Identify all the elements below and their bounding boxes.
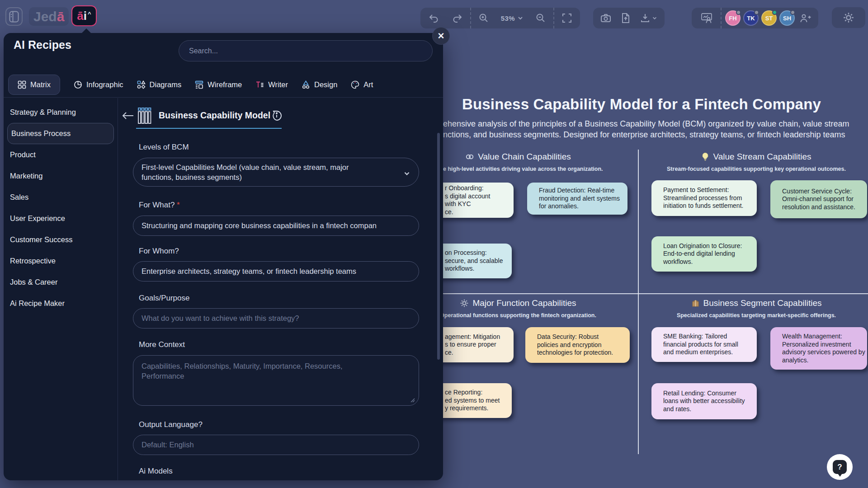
- invite-user-button[interactable]: [797, 8, 813, 28]
- category-ai-recipe-maker[interactable]: Ai Recipe Maker: [4, 293, 118, 314]
- required-asterisk: *: [177, 201, 180, 209]
- presentation-button[interactable]: [696, 8, 717, 28]
- category-customer-success[interactable]: Customer Success: [4, 229, 118, 250]
- category-user-experience[interactable]: User Experience: [4, 208, 118, 229]
- category-strategy-planning[interactable]: Strategy & Planning: [4, 102, 118, 123]
- avatar[interactable]: ST: [761, 10, 777, 26]
- card-wealth-management[interactable]: Wealth Management: Personalized investme…: [770, 327, 867, 370]
- toolbar-divider: [721, 8, 722, 28]
- status-dot: [772, 10, 777, 15]
- chevron-down-icon: [403, 170, 410, 177]
- zoom-level-dropdown[interactable]: 53%: [496, 8, 528, 28]
- status-dot: [754, 10, 759, 15]
- ai-recipes-button[interactable]: āi^: [71, 5, 97, 26]
- avatar[interactable]: FH: [725, 10, 741, 26]
- recipe-title-underline: [136, 128, 282, 129]
- shapes-icon: [137, 80, 146, 89]
- gear-icon: [843, 12, 854, 23]
- zoom-in-button[interactable]: [474, 8, 493, 28]
- recipe-title: Business Capability Model: [159, 110, 270, 121]
- redo-button[interactable]: [447, 8, 467, 28]
- category-business-process[interactable]: Business Process: [7, 123, 114, 144]
- search-input[interactable]: [179, 40, 433, 61]
- canvas-subtitle-line2: nctions, and business segments. Designed…: [443, 130, 845, 140]
- card-fraud-detection[interactable]: Fraud Detection: Real-time monitoring an…: [527, 183, 627, 215]
- resize-handle[interactable]: [410, 398, 415, 403]
- context-textarea[interactable]: Capabilities, Relationships, Maturity, I…: [133, 355, 419, 406]
- tab-art[interactable]: Art: [351, 80, 373, 89]
- package-icon: [691, 299, 700, 308]
- ai-models-label: Ai Models: [139, 467, 173, 476]
- card-payment-to-settlement[interactable]: Payment to Settlement: Streamlined proce…: [651, 180, 757, 216]
- download-button[interactable]: [636, 8, 662, 28]
- tab-design[interactable]: Design: [302, 80, 337, 89]
- undo-button[interactable]: [424, 8, 444, 28]
- panel-title: AI Recipes: [14, 38, 71, 52]
- quadrant-header-value-stream: Value Stream Capabilities Stream-focused…: [638, 152, 868, 172]
- collaboration-toolbar: FH TK ST SH: [692, 8, 818, 28]
- close-icon: ✕: [438, 31, 445, 41]
- design-icon: [302, 80, 310, 89]
- goals-label: Goals/Purpose: [139, 294, 189, 303]
- fullscreen-button[interactable]: [557, 8, 576, 28]
- toolbar-divider: [553, 8, 554, 28]
- goals-input[interactable]: [133, 308, 419, 328]
- avatar[interactable]: SH: [779, 10, 795, 26]
- sidebar-toggle-button[interactable]: [5, 7, 23, 26]
- card-loan-origination[interactable]: Loan Origination to Closure: End-to-end …: [651, 236, 757, 272]
- lightbulb-icon: [701, 152, 709, 161]
- chevron-down-icon: [517, 15, 524, 21]
- levels-select[interactable]: First-level Capabilities Model (value ch…: [133, 158, 419, 187]
- quadrant-horizontal-divider: [398, 293, 868, 294]
- pie-chart-icon: [74, 80, 82, 89]
- category-marketing[interactable]: Marketing: [4, 165, 118, 187]
- back-arrow-icon[interactable]: [122, 111, 134, 120]
- avatar[interactable]: TK: [743, 10, 759, 26]
- jeda-logo[interactable]: Jedā: [29, 7, 69, 26]
- for-whom-input[interactable]: [133, 261, 419, 282]
- card-data-security[interactable]: Data Security: Robust policies and encry…: [525, 327, 630, 363]
- toolbar-divider: [470, 8, 471, 28]
- card-sme-banking[interactable]: SME Banking: Tailored financial products…: [651, 327, 757, 362]
- help-icon: ?: [833, 460, 847, 474]
- help-button[interactable]: ?: [827, 454, 853, 480]
- canvas-title: Business Capability Model for a Fintech …: [443, 96, 840, 113]
- palette-icon: [351, 80, 359, 89]
- panel-pointer-notch: [81, 28, 91, 33]
- card-retail-lending[interactable]: Retail Lending: Consumer loans with bett…: [651, 383, 757, 419]
- upload-button[interactable]: [616, 8, 635, 28]
- language-label: Output Language?: [139, 420, 203, 429]
- recipe-form: Business Capability Model Levels of BCM …: [118, 98, 443, 480]
- settings-button[interactable]: [832, 7, 865, 28]
- writer-icon: [255, 80, 264, 89]
- gear-icon: [460, 299, 469, 308]
- status-dot: [790, 10, 795, 15]
- tab-writer[interactable]: Writer: [255, 80, 288, 89]
- canvas-subtitle-line1: ehensive analysis of the principles of a…: [443, 119, 849, 129]
- for-whom-label: For Whom?: [139, 247, 179, 256]
- panel-scrollbar[interactable]: [437, 133, 440, 360]
- ai-recipes-panel: AI Recipes ✕ Matrix Infographic Diagrams…: [4, 33, 443, 480]
- recipe-tabs: Matrix Infographic Diagrams Wireframe Wr…: [4, 72, 443, 98]
- category-product[interactable]: Product: [4, 144, 118, 165]
- context-label: More Context: [139, 340, 185, 349]
- category-sales[interactable]: Sales: [4, 187, 118, 208]
- quadrant-header-business-segment: Business Segment Capabilities Specialize…: [638, 298, 868, 319]
- matrix-grid-icon: [18, 80, 26, 89]
- category-retrospective[interactable]: Retrospective: [4, 250, 118, 272]
- tab-infographic[interactable]: Infographic: [74, 80, 123, 89]
- zoom-out-button[interactable]: [531, 8, 550, 28]
- close-panel-button[interactable]: ✕: [432, 27, 450, 45]
- tab-wireframe[interactable]: Wireframe: [195, 80, 242, 89]
- category-sidebar: Strategy & Planning Business Process Pro…: [4, 98, 118, 480]
- tab-diagrams[interactable]: Diagrams: [137, 80, 182, 89]
- screenshot-camera-button[interactable]: [596, 8, 616, 28]
- panel-left-icon: [9, 11, 19, 23]
- chevron-down-icon: [652, 15, 657, 21]
- info-icon[interactable]: [271, 109, 283, 122]
- for-what-input[interactable]: [133, 216, 419, 236]
- language-input[interactable]: [133, 435, 419, 455]
- card-customer-service-cycle[interactable]: Customer Service Cycle: Omni-channel sup…: [770, 180, 867, 218]
- tab-matrix[interactable]: Matrix: [8, 75, 60, 95]
- category-jobs-career[interactable]: Jobs & Career: [4, 272, 118, 293]
